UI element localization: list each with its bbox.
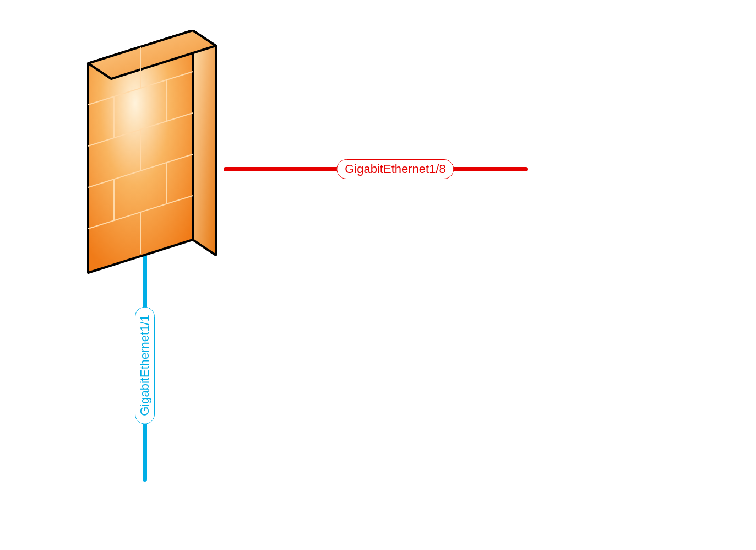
firewall-icon <box>72 30 242 284</box>
interface-label-right: GigabitEthernet1/8 <box>336 159 454 179</box>
diagram-canvas: GigabitEthernet1/8 GigabitEthernet1/1 <box>0 0 756 550</box>
svg-marker-1 <box>193 30 216 255</box>
interface-label-down: GigabitEthernet1/1 <box>135 306 155 424</box>
